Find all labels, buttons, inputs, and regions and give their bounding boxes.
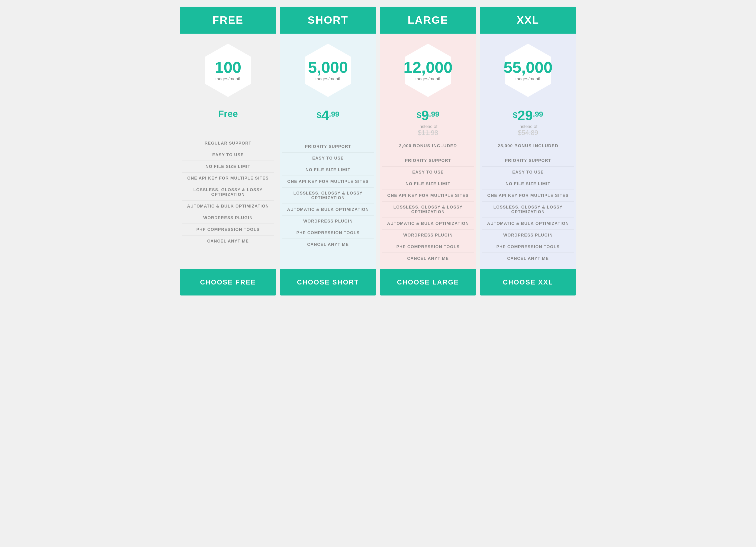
price-int-short: 4 bbox=[321, 109, 329, 123]
price-dec-xxl: .99 bbox=[533, 110, 543, 119]
old-price-large: $11.98 bbox=[383, 129, 473, 137]
instead-of-xxl: instead of bbox=[483, 124, 573, 129]
hexagon-content-free: 100images/month bbox=[214, 60, 242, 81]
hexagon-free: 100images/month bbox=[205, 57, 251, 84]
feature-item-short-6: WORDPRESS PLUGIN bbox=[282, 215, 374, 227]
bonus-section-free bbox=[180, 123, 276, 133]
plan-cta-xxl[interactable]: CHOOSE XXL bbox=[480, 269, 576, 295]
feature-item-short-1: EASY TO USE bbox=[282, 152, 374, 164]
hexagon-section-large: 12,000images/month bbox=[380, 34, 476, 104]
feature-item-short-7: PHP COMPRESSION TOOLS bbox=[282, 227, 374, 239]
plan-header-large: LARGE bbox=[380, 7, 476, 34]
feature-item-large-8: CANCEL ANYTIME bbox=[382, 253, 474, 264]
price-section-free: Free bbox=[180, 104, 276, 123]
price-row-short: $4.99 bbox=[283, 109, 373, 123]
plan-cta-large[interactable]: CHOOSE LARGE bbox=[380, 269, 476, 295]
feature-item-free-7: PHP COMPRESSION TOOLS bbox=[182, 224, 274, 235]
hex-number-large: 12,000 bbox=[404, 60, 453, 76]
bonus-section-xxl: 25,000 BONUS INCLUDED bbox=[480, 140, 576, 150]
feature-item-free-2: NO FILE SIZE LIMIT bbox=[182, 161, 274, 172]
feature-item-xxl-3: ONE API KEY FOR MULTIPLE SITES bbox=[482, 190, 574, 201]
price-row-large: $9.99 bbox=[383, 109, 473, 123]
plan-cta-short[interactable]: CHOOSE SHORT bbox=[280, 269, 376, 295]
plan-card-xxl: XXL55,000images/month$29.99instead of$54… bbox=[480, 7, 576, 295]
price-dollar-large: $ bbox=[417, 111, 421, 120]
feature-item-short-0: PRIORITY SUPPORT bbox=[282, 141, 374, 152]
hexagon-wrapper-large: 12,000images/month bbox=[405, 44, 451, 97]
feature-item-short-2: NO FILE SIZE LIMIT bbox=[282, 164, 374, 176]
hexagon-short: 5,000images/month bbox=[305, 57, 351, 84]
hexagon-content-short: 5,000images/month bbox=[308, 60, 348, 81]
feature-item-xxl-2: NO FILE SIZE LIMIT bbox=[482, 178, 574, 190]
price-dec-short: .99 bbox=[329, 110, 339, 119]
hex-sub-xxl: images/month bbox=[504, 76, 553, 81]
old-price-xxl: $54.89 bbox=[483, 129, 573, 137]
feature-item-xxl-4: LOSSLESS, GLOSSY & LOSSY OPTIMIZATION bbox=[482, 201, 574, 218]
hex-number-short: 5,000 bbox=[308, 60, 348, 76]
feature-item-free-5: AUTOMATIC & BULK OPTIMIZATION bbox=[182, 200, 274, 212]
price-dec-large: .99 bbox=[429, 110, 439, 119]
feature-item-large-6: WORDPRESS PLUGIN bbox=[382, 229, 474, 241]
feature-item-large-7: PHP COMPRESSION TOOLS bbox=[382, 241, 474, 253]
feature-item-xxl-1: EASY TO USE bbox=[482, 166, 574, 178]
features-section-free: REGULAR SUPPORTEASY TO USENO FILE SIZE L… bbox=[180, 133, 276, 269]
feature-item-xxl-8: CANCEL ANYTIME bbox=[482, 253, 574, 264]
features-section-short: PRIORITY SUPPORTEASY TO USENO FILE SIZE … bbox=[280, 136, 376, 269]
feature-item-large-1: EASY TO USE bbox=[382, 166, 474, 178]
hex-number-xxl: 55,000 bbox=[504, 60, 553, 76]
plan-card-free: FREE100images/monthFreeREGULAR SUPPORTEA… bbox=[180, 7, 276, 295]
plan-card-large: LARGE12,000images/month$9.99instead of$1… bbox=[380, 7, 476, 295]
price-int-xxl: 29 bbox=[517, 109, 533, 123]
features-section-xxl: PRIORITY SUPPORTEASY TO USENO FILE SIZE … bbox=[480, 150, 576, 269]
bonus-section-large: 2,000 BONUS INCLUDED bbox=[380, 140, 476, 150]
feature-item-short-3: ONE API KEY FOR MULTIPLE SITES bbox=[282, 176, 374, 187]
feature-item-free-0: REGULAR SUPPORT bbox=[182, 138, 274, 149]
feature-item-xxl-5: AUTOMATIC & BULK OPTIMIZATION bbox=[482, 218, 574, 229]
price-free-free: Free bbox=[183, 109, 273, 119]
feature-item-xxl-6: WORDPRESS PLUGIN bbox=[482, 229, 574, 241]
plan-header-xxl: XXL bbox=[480, 7, 576, 34]
hex-number-free: 100 bbox=[214, 60, 242, 76]
plan-header-short: SHORT bbox=[280, 7, 376, 34]
hex-sub-short: images/month bbox=[308, 76, 348, 81]
instead-of-large: instead of bbox=[383, 124, 473, 129]
hexagon-xxl: 55,000images/month bbox=[505, 57, 551, 84]
feature-item-xxl-7: PHP COMPRESSION TOOLS bbox=[482, 241, 574, 253]
hexagon-content-xxl: 55,000images/month bbox=[504, 60, 553, 81]
feature-item-free-6: WORDPRESS PLUGIN bbox=[182, 212, 274, 224]
feature-item-xxl-0: PRIORITY SUPPORT bbox=[482, 155, 574, 166]
feature-item-large-3: ONE API KEY FOR MULTIPLE SITES bbox=[382, 190, 474, 201]
hexagon-wrapper-short: 5,000images/month bbox=[305, 44, 351, 97]
feature-item-large-2: NO FILE SIZE LIMIT bbox=[382, 178, 474, 190]
plan-header-free: FREE bbox=[180, 7, 276, 34]
feature-item-short-8: CANCEL ANYTIME bbox=[282, 239, 374, 250]
plan-body-short: 5,000images/month$4.99PRIORITY SUPPORTEA… bbox=[280, 34, 376, 269]
hex-sub-free: images/month bbox=[214, 76, 242, 81]
hexagon-content-large: 12,000images/month bbox=[404, 60, 453, 81]
feature-item-short-4: LOSSLESS, GLOSSY & LOSSY OPTIMIZATION bbox=[282, 187, 374, 204]
price-row-xxl: $29.99 bbox=[483, 109, 573, 123]
feature-item-free-3: ONE API KEY FOR MULTIPLE SITES bbox=[182, 172, 274, 184]
price-section-large: $9.99instead of$11.98 bbox=[380, 104, 476, 140]
feature-item-large-4: LOSSLESS, GLOSSY & LOSSY OPTIMIZATION bbox=[382, 201, 474, 218]
features-section-large: PRIORITY SUPPORTEASY TO USENO FILE SIZE … bbox=[380, 150, 476, 269]
hexagon-section-xxl: 55,000images/month bbox=[480, 34, 576, 104]
hexagon-large: 12,000images/month bbox=[405, 57, 451, 84]
feature-item-short-5: AUTOMATIC & BULK OPTIMIZATION bbox=[282, 204, 374, 215]
plan-body-free: 100images/monthFreeREGULAR SUPPORTEASY T… bbox=[180, 34, 276, 269]
hexagon-section-short: 5,000images/month bbox=[280, 34, 376, 104]
feature-item-free-8: CANCEL ANYTIME bbox=[182, 235, 274, 247]
feature-item-free-1: EASY TO USE bbox=[182, 149, 274, 161]
feature-item-large-5: AUTOMATIC & BULK OPTIMIZATION bbox=[382, 218, 474, 229]
hexagon-wrapper-xxl: 55,000images/month bbox=[505, 44, 551, 97]
feature-item-large-0: PRIORITY SUPPORT bbox=[382, 155, 474, 166]
price-dollar-xxl: $ bbox=[513, 111, 517, 120]
plan-body-xxl: 55,000images/month$29.99instead of$54.89… bbox=[480, 34, 576, 269]
plan-cta-free[interactable]: CHOOSE FREE bbox=[180, 269, 276, 295]
hexagon-wrapper-free: 100images/month bbox=[205, 44, 251, 97]
price-int-large: 9 bbox=[421, 109, 429, 123]
pricing-container: FREE100images/monthFreeREGULAR SUPPORTEA… bbox=[178, 7, 578, 295]
price-section-xxl: $29.99instead of$54.89 bbox=[480, 104, 576, 140]
hex-sub-large: images/month bbox=[404, 76, 453, 81]
price-section-short: $4.99 bbox=[280, 104, 376, 126]
